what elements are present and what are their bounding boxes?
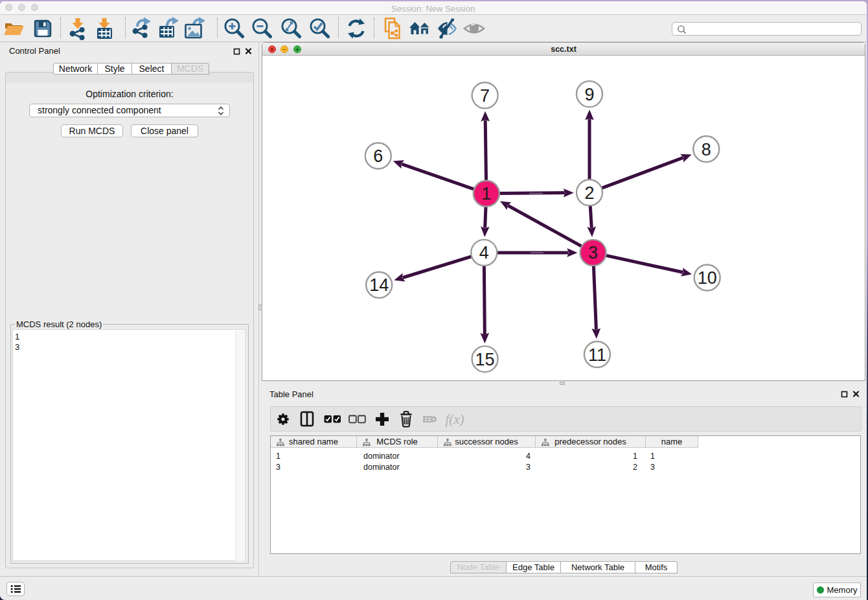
svg-text:2: 2 [584,183,594,203]
svg-text:11: 11 [588,345,606,365]
svg-text:9: 9 [584,85,594,104]
svg-text:3: 3 [588,243,598,262]
svg-text:6: 6 [373,146,383,166]
svg-text:14: 14 [369,275,389,295]
svg-text:8: 8 [702,140,711,159]
svg-text:15: 15 [475,350,495,369]
svg-text:f(x): f(x) [445,411,464,427]
svg-text:7: 7 [480,86,490,106]
svg-text:10: 10 [698,268,717,288]
svg-text:1: 1 [481,184,491,203]
svg-text:4: 4 [479,243,489,262]
